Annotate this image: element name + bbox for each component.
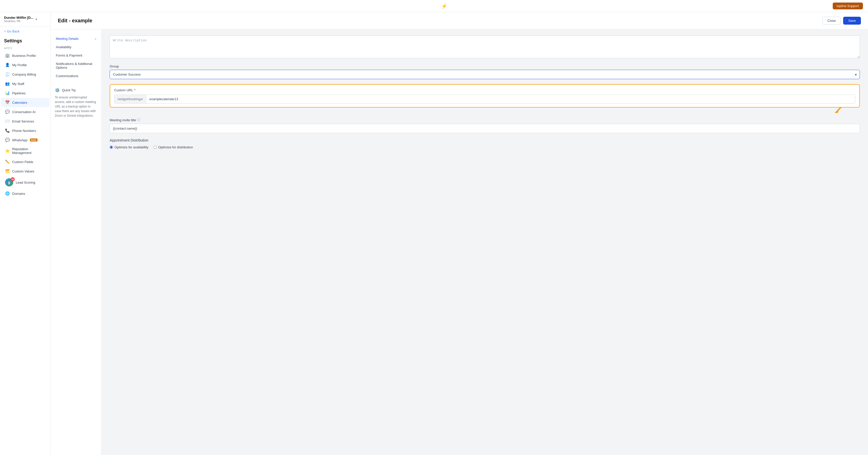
quick-tip-text: To ensure uninterrupted access, add a cu…: [55, 95, 97, 118]
radio-distribution[interactable]: Optimize for distribution: [154, 145, 193, 149]
radio-distribution-input[interactable]: [154, 145, 157, 149]
edit-icon: ✏️: [5, 160, 10, 164]
group-icon: 👥: [5, 82, 10, 86]
chevron-right-icon: ›: [95, 37, 96, 40]
sidebar-item-label: My Profile: [12, 63, 27, 67]
radio-availability[interactable]: Optimize for availability: [110, 145, 149, 149]
beta-badge: beta: [30, 138, 37, 141]
subnav-label: Forms & Payment: [56, 54, 82, 57]
sidebar-item-lead-scoring[interactable]: g 45 Lead Scoring: [1, 176, 50, 189]
sidebar-item-label: Custom Values: [12, 169, 34, 173]
meeting-invite-title-input[interactable]: [110, 124, 860, 133]
sidebar-item-label: Lead Scoring: [16, 181, 35, 184]
info-icon[interactable]: ⓘ: [137, 118, 141, 122]
appointment-distribution-group: Appointment Distribution Optimize for av…: [110, 138, 860, 149]
sidebar-item-my-profile[interactable]: 👤 My Profile: [1, 60, 50, 69]
radio-availability-input[interactable]: [110, 145, 113, 149]
sidebar-item-calendars[interactable]: 📅 Calendars: [1, 98, 50, 107]
custom-url-label: Custom URL *: [114, 88, 855, 92]
person-icon: 👤: [5, 63, 10, 67]
lead-scoring-badge: 45: [11, 177, 15, 181]
sidebar-item-label: Calendars: [12, 101, 27, 104]
subnav-notifications[interactable]: Notifications & Additional Options: [51, 60, 101, 72]
company-selector[interactable]: Dunder Mifflin [D... Scranton, PA ▾: [0, 12, 51, 26]
star-icon: ⭐: [5, 149, 10, 153]
sidebar-item-label: Domains: [12, 192, 25, 196]
quick-tip-title: Quick Tip: [62, 88, 75, 92]
group-field-group: Group Customer Success Sales Support Mar…: [110, 64, 860, 79]
required-indicator: *: [134, 88, 135, 92]
topbar: ⚡ topline Support: [0, 0, 868, 12]
receipt-icon: 🧾: [5, 72, 10, 76]
sidebar-item-label: Pipelines: [12, 91, 26, 95]
sidebar-item-phone-numbers[interactable]: 📞 Phone Numbers: [1, 126, 50, 135]
phone-icon: 📞: [5, 128, 10, 133]
sidebar-item-email-services[interactable]: ✉️ Email Services: [1, 117, 50, 126]
sidebar-item-label: Conversation AI: [12, 110, 35, 114]
close-button[interactable]: Close: [823, 17, 841, 25]
form-area: Group Customer Success Sales Support Mar…: [101, 29, 868, 455]
sidebar-item-custom-fields[interactable]: ✏️ Custom Fields: [1, 157, 50, 166]
settings-title: Settings: [0, 36, 51, 45]
calendar-icon: 📅: [5, 100, 10, 105]
sidebar-item-reputation-management[interactable]: ⭐ Reputation Management: [1, 145, 50, 157]
support-button[interactable]: topline Support: [833, 3, 863, 9]
right-content: Group Customer Success Sales Support Mar…: [101, 29, 868, 455]
sidebar-item-business-profile[interactable]: 🏢 Business Profile: [1, 51, 50, 60]
sidebar: Dunder Mifflin [D... Scranton, PA ▾ < Go…: [0, 12, 51, 455]
url-input[interactable]: [146, 95, 855, 103]
whatsapp-icon: 💬: [5, 138, 10, 142]
sidebar-item-label: Phone Numbers: [12, 129, 36, 133]
globe-icon: 🌐: [5, 191, 10, 196]
sidebar-item-label: Business Profile: [12, 54, 36, 58]
sidebar-item-label: My Staff: [12, 82, 24, 86]
sidebar-item-label: Email Services: [12, 120, 34, 123]
description-textarea[interactable]: [110, 35, 860, 58]
subnav-forms-payment[interactable]: Forms & Payment: [51, 51, 101, 60]
chart-icon: 📊: [5, 91, 10, 95]
building-icon: 🏢: [5, 53, 10, 58]
lightning-icon: ⚡: [441, 3, 447, 9]
sidebar-item-whatsapp[interactable]: 💬 WhatsApp beta: [1, 135, 50, 144]
group-select[interactable]: Customer Success Sales Support Marketing: [110, 70, 860, 79]
subnav-label: Meeting Details: [56, 37, 79, 40]
page-header: Edit - example Close Save: [51, 12, 868, 29]
sidebar-item-pipelines[interactable]: 📊 Pipelines: [1, 89, 50, 98]
custom-url-inner: /widget/bookings/: [114, 95, 855, 103]
radio-row: Optimize for availability Optimize for d…: [110, 145, 860, 149]
main-content: Edit - example Close Save Meeting Detail…: [51, 12, 868, 455]
header-actions: Close Save: [823, 17, 861, 25]
sidebar-item-custom-values[interactable]: 🗂️ Custom Values: [1, 167, 50, 176]
sidebar-item-label: WhatsApp: [12, 138, 27, 142]
url-prefix: /widget/bookings/: [114, 95, 146, 103]
custom-url-box: Custom URL * /widget/bookings/: [110, 84, 860, 107]
sidebar-item-label: Company Billing: [12, 72, 36, 76]
sidebar-item-domains[interactable]: 🌐 Domains: [1, 189, 50, 198]
company-name: Dunder Mifflin [D...: [4, 16, 33, 20]
apps-section-label: Apps: [0, 45, 51, 51]
sidebar-item-company-billing[interactable]: 🧾 Company Billing: [1, 70, 50, 79]
sidebar-item-my-staff[interactable]: 👥 My Staff: [1, 79, 50, 88]
company-sub: Scranton, PA: [4, 20, 33, 23]
save-button[interactable]: Save: [843, 17, 861, 25]
topbar-center: ⚡: [56, 3, 833, 9]
subnav-availability[interactable]: Availability: [51, 43, 101, 51]
lead-scoring-icon-wrap: g 45: [5, 178, 13, 187]
group-select-wrapper: Customer Success Sales Support Marketing: [110, 70, 860, 79]
subnav-meeting-details[interactable]: Meeting Details ›: [51, 34, 101, 43]
email-icon: ✉️: [5, 119, 10, 124]
quick-tip-header: ⚙️ Quick Tip: [55, 88, 97, 93]
go-back-link[interactable]: < Go Back: [0, 26, 51, 36]
group-label: Group: [110, 64, 860, 68]
meeting-invite-title-label: Meeting invite title ⓘ: [110, 118, 860, 122]
subnav-label: Notifications & Additional Options: [56, 62, 96, 69]
folder-icon: 🗂️: [5, 169, 10, 173]
sidebar-item-label: Custom Fields: [12, 160, 33, 164]
description-group: [110, 35, 860, 59]
sidebar-item-conversation-ai[interactable]: 💬 Conversation AI: [1, 107, 50, 117]
svg-marker-0: [835, 109, 839, 113]
quick-tip-panel: ⚙️ Quick Tip To ensure uninterrupted acc…: [51, 88, 101, 118]
subnav-customizations[interactable]: Customizations: [51, 72, 101, 80]
page-title: Edit - example: [58, 18, 92, 24]
tip-icon: ⚙️: [55, 88, 60, 93]
